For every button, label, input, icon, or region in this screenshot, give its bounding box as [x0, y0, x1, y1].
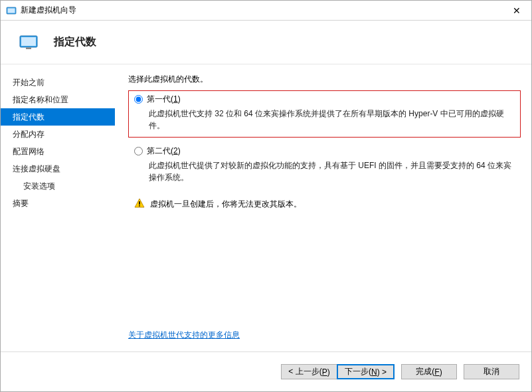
wizard-footer: < 上一步(P) 下一步(N) > 完成(F) 取消 — [1, 351, 531, 391]
cancel-button[interactable]: 取消 — [464, 364, 519, 379]
warning-row: 虚拟机一旦创建后，你将无法更改其版本。 — [128, 198, 521, 210]
option-gen2-description: 此虚拟机世代提供了对较新的虚拟化功能的支持，具有基于 UEFI 的固件，并且需要… — [149, 159, 515, 183]
svg-rect-5 — [139, 201, 140, 205]
sidebar-step-name-location[interactable]: 指定名称和位置 — [1, 91, 115, 108]
svg-rect-1 — [8, 8, 15, 13]
window-title: 新建虚拟机向导 — [21, 5, 501, 16]
svg-rect-6 — [139, 205, 140, 207]
option-gen1-label[interactable]: 第一代(1) — [147, 94, 181, 105]
wizard-content: 选择此虚拟机的代数。 第一代(1) 此虚拟机世代支持 32 位和 64 位来宾操… — [115, 64, 531, 351]
wizard-body: 开始之前 指定名称和位置 指定代数 分配内存 配置网络 连接虚拟硬盘 安装选项 … — [1, 64, 531, 351]
warning-icon — [134, 198, 145, 209]
sidebar-step-before-begin[interactable]: 开始之前 — [1, 74, 115, 91]
sidebar-step-install-options[interactable]: 安装选项 — [1, 177, 115, 195]
close-icon: ✕ — [513, 5, 521, 16]
header-band: 指定代数 — [1, 21, 531, 64]
option-gen2-block: 第二代(2) 此虚拟机世代提供了对较新的虚拟化功能的支持，具有基于 UEFI 的… — [128, 143, 521, 189]
close-button[interactable]: ✕ — [501, 1, 531, 20]
next-button[interactable]: 下一步(N) > — [337, 364, 395, 379]
app-icon — [6, 5, 17, 16]
svg-rect-4 — [26, 47, 31, 49]
page-title: 指定代数 — [54, 35, 96, 49]
option-gen2-row[interactable]: 第二代(2) — [134, 146, 515, 157]
finish-button[interactable]: 完成(F) — [401, 364, 457, 379]
svg-rect-3 — [21, 37, 36, 46]
sidebar-step-network[interactable]: 配置网络 — [1, 143, 115, 160]
option-gen1-block: 第一代(1) 此虚拟机世代支持 32 位和 64 位来宾操作系统并提供了在所有早… — [128, 90, 521, 138]
option-gen2-label[interactable]: 第二代(2) — [147, 146, 181, 157]
option-gen1-row[interactable]: 第一代(1) — [134, 94, 515, 105]
instruction-text: 选择此虚拟机的代数。 — [128, 74, 521, 85]
monitor-icon — [19, 35, 38, 50]
wizard-sidebar: 开始之前 指定名称和位置 指定代数 分配内存 配置网络 连接虚拟硬盘 安装选项 … — [1, 64, 115, 351]
option-gen1-description: 此虚拟机世代支持 32 位和 64 位来宾操作系统并提供了在所有早期版本的 Hy… — [149, 108, 515, 132]
sidebar-step-generation[interactable]: 指定代数 — [1, 108, 115, 126]
prev-next-group: < 上一步(P) 下一步(N) > — [281, 364, 395, 379]
titlebar: 新建虚拟机向导 ✕ — [1, 1, 531, 21]
learn-more-link[interactable]: 关于虚拟机世代支持的更多信息 — [128, 330, 240, 341]
sidebar-step-vhd[interactable]: 连接虚拟硬盘 — [1, 160, 115, 177]
option-gen2-radio[interactable] — [134, 147, 143, 155]
option-gen1-radio[interactable] — [134, 95, 143, 104]
wizard-window: 新建虚拟机向导 ✕ 指定代数 开始之前 指定名称和位置 指定代数 分配内存 配置… — [0, 0, 532, 392]
sidebar-step-memory[interactable]: 分配内存 — [1, 126, 115, 143]
prev-button[interactable]: < 上一步(P) — [281, 364, 337, 379]
sidebar-step-summary[interactable]: 摘要 — [1, 195, 115, 212]
warning-text: 虚拟机一旦创建后，你将无法更改其版本。 — [150, 198, 302, 210]
